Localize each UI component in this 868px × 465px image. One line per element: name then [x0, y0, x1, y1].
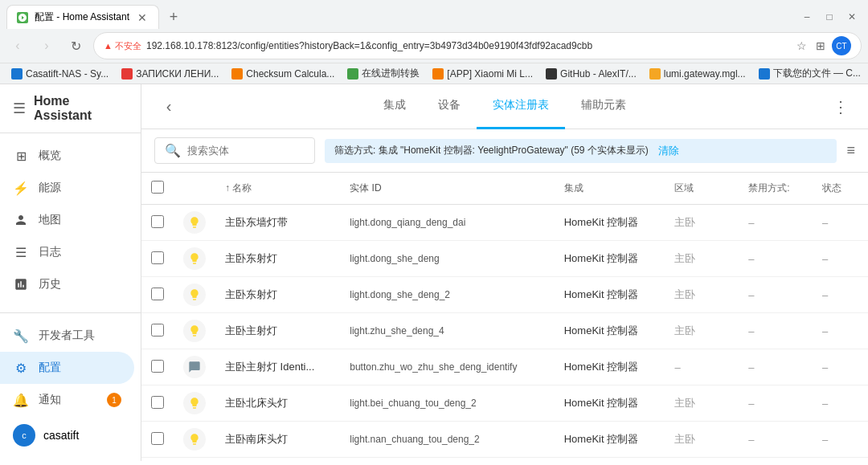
filter-clear-button[interactable]: 清除	[658, 144, 679, 158]
close-window-button[interactable]: ✕	[842, 7, 862, 27]
row-name-cell[interactable]: 主卧北床头灯	[215, 385, 340, 422]
sidebar-item-config[interactable]: ⚙ 配置	[0, 352, 134, 384]
row-name-cell[interactable]: 主卧主射灯 Identi...	[215, 349, 340, 385]
tab-favicon	[17, 12, 28, 23]
table-row[interactable]: 主卧东射灯 light.dong_she_deng_2 HomeKit 控制器 …	[141, 277, 868, 313]
table-row[interactable]: 主卧床头灯带 light.chuang_tou_deng_dai_2 HomeK…	[141, 458, 868, 462]
row-icon-cell	[174, 458, 215, 462]
back-button[interactable]: ‹	[6, 35, 29, 57]
row-name-cell[interactable]: 主卧床头灯带	[215, 458, 340, 462]
row-name-cell[interactable]: 主卧主射灯	[215, 313, 340, 349]
row-checkbox[interactable]	[151, 251, 164, 264]
config-icon: ⚙	[13, 360, 29, 376]
tab-entities[interactable]: 实体注册表	[477, 84, 565, 129]
search-box[interactable]: 🔍	[154, 137, 315, 164]
more-options-button[interactable]: ⋮	[826, 92, 855, 121]
table-row[interactable]: 主卧主射灯 light.zhu_she_deng_4 HomeKit 控制器 主…	[141, 313, 868, 349]
sort-arrow-icon: ↑	[225, 182, 230, 194]
table-row[interactable]: 主卧南床头灯 light.nan_chuang_tou_deng_2 HomeK…	[141, 422, 868, 458]
back-navigation-button[interactable]: ‹	[154, 92, 183, 121]
row-entity-id-cell[interactable]: light.zhu_she_deng_4	[340, 313, 554, 349]
url-bar[interactable]: ▲ 不安全 192.168.10.178:8123/config/entitie…	[93, 32, 862, 59]
row-name-cell[interactable]: 主卧东射灯	[215, 241, 340, 277]
header-name-col[interactable]: ↑ 名称	[215, 173, 340, 205]
bookmark-icon	[759, 68, 770, 80]
refresh-button[interactable]: ↻	[64, 35, 87, 57]
row-checkbox-cell	[141, 385, 174, 422]
sidebar-item-developer[interactable]: 🔧 开发者工具	[0, 320, 134, 352]
row-entity-id-cell[interactable]: light.dong_qiang_deng_dai	[340, 205, 554, 241]
notification-badge: 1	[107, 393, 121, 407]
bookmark-convert[interactable]: 在线进制转换	[342, 65, 424, 82]
row-entity-id-cell[interactable]: light.nan_chuang_tou_deng_2	[340, 422, 554, 458]
row-name-cell[interactable]: 主卧南床头灯	[215, 422, 340, 458]
sidebar-item-history[interactable]: 历史	[0, 268, 134, 300]
sidebar-item-notifications[interactable]: 🔔 通知 1	[0, 384, 134, 416]
bookmark-star-icon[interactable]: ☆	[793, 39, 809, 52]
active-tab[interactable]: 配置 - Home Assistant ✕	[6, 5, 159, 29]
hamburger-menu-button[interactable]: ☰	[13, 100, 26, 117]
table-row[interactable]: 主卧东墙灯带 light.dong_qiang_deng_dai HomeKit…	[141, 205, 868, 241]
sidebar-item-label: 配置	[39, 361, 61, 375]
bookmark-icon	[649, 68, 661, 80]
row-entity-id-cell[interactable]: light.chuang_tou_deng_dai_2	[340, 458, 554, 462]
maximize-button[interactable]: □	[820, 7, 839, 27]
row-status-cell: –	[813, 385, 868, 422]
table-row[interactable]: 主卧主射灯 Identi... button.zhu_wo_zhu_she_de…	[141, 349, 868, 385]
tab-devices[interactable]: 设备	[422, 84, 477, 129]
sidebar-item-energy[interactable]: ⚡ 能源	[0, 172, 134, 204]
row-entity-id-cell[interactable]: button.zhu_wo_zhu_she_deng_identify	[340, 349, 554, 385]
tab-automations[interactable]: 辅助元素	[565, 84, 642, 129]
row-checkbox[interactable]	[151, 324, 164, 337]
user-profile-item[interactable]: c casatift	[0, 416, 141, 455]
forward-button[interactable]: ›	[35, 35, 58, 57]
extensions-icon[interactable]: ⊞	[813, 39, 829, 52]
row-checkbox[interactable]	[151, 360, 164, 373]
tab-integration[interactable]: 集成	[367, 84, 422, 129]
bookmark-xiaomi[interactable]: [APP] Xiaomi Mi L...	[428, 67, 538, 81]
bookmark-github-alexi[interactable]: GitHub - AlexIT/...	[541, 67, 641, 81]
bookmark-casatift[interactable]: Casatift-NAS - Sy...	[6, 67, 113, 81]
tab-close-button[interactable]: ✕	[136, 11, 149, 24]
row-entity-id-cell[interactable]: light.bei_chuang_tou_deng_2	[340, 385, 554, 422]
sidebar-item-logbook[interactable]: ☰ 日志	[0, 236, 134, 268]
row-checkbox[interactable]	[151, 432, 164, 445]
row-status-cell: –	[813, 241, 868, 277]
user-avatar: c	[13, 424, 35, 447]
row-status-cell: –	[813, 313, 868, 349]
address-bar: ‹ › ↻ ▲ 不安全 192.168.10.178:8123/config/e…	[0, 29, 868, 63]
sidebar-item-map[interactable]: 地图	[0, 204, 134, 236]
row-disabled-cell: –	[739, 458, 813, 462]
row-area-cell: –	[665, 349, 739, 385]
row-name-cell[interactable]: 主卧东墙灯带	[215, 205, 340, 241]
sidebar-item-hacs[interactable]: HACS HACS	[0, 300, 134, 312]
filter-text: 筛选方式: 集成 "HomeKit 控制器: YeelightProGatewa…	[334, 144, 649, 157]
row-checkbox[interactable]	[151, 215, 164, 228]
table-row[interactable]: 主卧东射灯 light.dong_she_deng HomeKit 控制器 主卧…	[141, 241, 868, 277]
profile-button[interactable]: CT	[832, 36, 851, 55]
search-input[interactable]	[187, 145, 284, 157]
sidebar-item-label: 地图	[39, 213, 61, 227]
bookmark-download[interactable]: 下载您的文件 — C...	[754, 65, 866, 82]
table-row[interactable]: 主卧北床头灯 light.bei_chuang_tou_deng_2 HomeK…	[141, 385, 868, 422]
select-all-checkbox[interactable]	[151, 181, 164, 194]
bookmark-checksum[interactable]: Checksum Calcula...	[227, 67, 339, 81]
row-entity-id-cell[interactable]: light.dong_she_deng_2	[340, 277, 554, 313]
row-disabled-cell: –	[739, 205, 813, 241]
new-tab-button[interactable]: +	[162, 6, 185, 28]
sidebar-item-overview[interactable]: ⊞ 概览	[0, 140, 134, 172]
row-checkbox[interactable]	[151, 396, 164, 409]
bookmark-lumi[interactable]: lumi.gateway.mgl...	[645, 67, 751, 81]
row-entity-id-cell[interactable]: light.dong_she_deng	[340, 241, 554, 277]
filter-options-button[interactable]: ≡	[846, 142, 855, 159]
minimize-button[interactable]: –	[797, 7, 817, 27]
row-icon-cell	[174, 349, 215, 385]
sidebar-item-label: 开发者工具	[39, 328, 95, 343]
row-area-cell: 主卧	[665, 385, 739, 422]
row-name-cell[interactable]: 主卧东射灯	[215, 277, 340, 313]
bookmark-zapiski[interactable]: ЗАПИСКИ ЛЕНИ...	[117, 67, 223, 81]
row-checkbox[interactable]	[151, 288, 164, 300]
entity-icon	[183, 247, 206, 270]
entity-icon	[183, 428, 206, 451]
filter-bar: 🔍 筛选方式: 集成 "HomeKit 控制器: YeelightProGate…	[141, 129, 868, 173]
